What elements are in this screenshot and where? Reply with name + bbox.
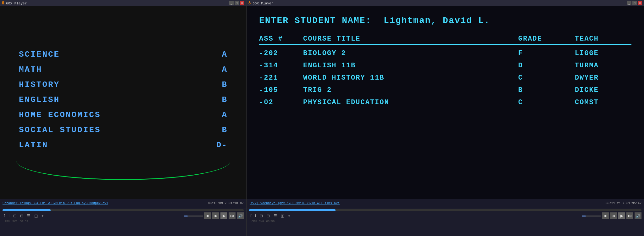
forward-btn-left[interactable]: i [7, 213, 11, 219]
progress-bar-right[interactable] [249, 209, 641, 211]
cell-grade: B [518, 86, 575, 94]
title-bar-controls-left: _ □ ✕ [229, 1, 244, 5]
next-btn-left[interactable]: ⏭ [229, 212, 236, 219]
subject-row: SOCIAL STUDIES B [19, 125, 227, 135]
table-divider [259, 44, 631, 45]
svg-label-right: SVG [259, 220, 264, 223]
bottom-bar-left: Stranger.Things.S04.E01.WEB-DLRip.Rus.En… [0, 199, 246, 208]
subject-row: ENGLISH B [19, 95, 227, 104]
snapshot-btn-right[interactable]: ⊡ [258, 213, 264, 219]
subject-name: SCIENCE [19, 50, 60, 59]
playlist-btn-right[interactable]: ☰ [272, 213, 278, 219]
subject-grade: A [222, 65, 227, 74]
play-btn-right[interactable]: ▶ [618, 212, 625, 219]
cell-teacher: LIGGE [575, 49, 631, 57]
playlist-btn-left[interactable]: ☰ [26, 213, 32, 219]
bottom-bar-right: [2/2] Voenniye.igry.1983.XviD.BDRip.AllF… [247, 199, 644, 208]
filename-left: Stranger.Things.S04.E01.WEB-DLRip.Rus.En… [3, 202, 206, 205]
player-right: ẟ ẟОX Player _ □ ✕ ENTER STUDENT NAME: L… [247, 0, 644, 208]
close-btn-right[interactable]: ✕ [638, 1, 642, 5]
subject-name: ENGLISH [19, 95, 60, 104]
table-row: -221 WORLD HISTORY 11B C DWYER [259, 74, 631, 82]
col-header-class: ASS # [259, 35, 303, 43]
stop-btn-right[interactable]: ■ [602, 212, 609, 219]
stop-btn-left[interactable]: ■ [204, 212, 211, 219]
cell-teacher: COMST [575, 98, 631, 106]
student-label: ENTER STUDENT NAME: [259, 16, 371, 25]
minimize-btn-right[interactable]: _ [627, 1, 631, 5]
maximize-btn-right[interactable]: □ [632, 1, 637, 5]
seek-bar-right[interactable] [582, 216, 601, 216]
table-row: -105 TRIG 2 B DICKE [259, 86, 631, 94]
green-arc [16, 142, 230, 180]
cell-title: BIOLOGY 2 [303, 49, 518, 57]
progress-bar-left[interactable] [3, 209, 244, 211]
table-header: ASS # COURSE TITLE GRADE TEACH [259, 35, 631, 43]
volume-btn-right[interactable]: 🔊 [635, 212, 641, 219]
col-header-title: COURSE TITLE [303, 35, 518, 43]
player-left: ẟ ẟОX Player _ □ ✕ SCIENCE A MATH A HIST… [0, 0, 247, 208]
cell-grade: D [518, 62, 575, 70]
courses-container: -202 BIOLOGY 2 F LIGGE -314 ENGLISH 11B … [259, 49, 631, 111]
extra2-btn-left[interactable]: ⌖ [40, 213, 45, 219]
cell-title: WORLD HISTORY 11B [303, 74, 518, 82]
subject-row: HOME ECONOMICS A [19, 110, 227, 120]
svg-label-left: SVG [12, 220, 17, 223]
cpu-label-left: CPU [5, 220, 10, 223]
title-text-right: ẟОX Player [253, 1, 625, 5]
fps-label-left: 08:59 [19, 220, 28, 223]
cell-title: ENGLISH 11B [303, 62, 518, 70]
subject-grade: A [222, 50, 227, 59]
prev-btn-right[interactable]: ⏮ [610, 212, 617, 219]
title-bar-right: ẟ ẟОX Player _ □ ✕ [247, 0, 644, 6]
cpu-label-right: CPU [252, 220, 257, 223]
progress-fill-right [249, 209, 336, 211]
rewind-btn-left[interactable]: f [3, 213, 6, 219]
rewind-btn-right[interactable]: f [249, 213, 253, 219]
close-btn-left[interactable]: ✕ [240, 1, 244, 5]
options-btn-left[interactable]: ⊟ [19, 213, 25, 219]
volume-btn-left[interactable]: 🔊 [237, 212, 244, 219]
cell-teacher: TURMA [575, 62, 631, 70]
col-header-teacher: TEACH [575, 35, 631, 43]
cell-title: TRIG 2 [303, 86, 518, 94]
cell-teacher: DICKE [575, 86, 631, 94]
subject-row: MATH A [19, 65, 227, 74]
cell-title: PHYSICAL EDUCATION [303, 98, 518, 106]
info-row-left: CPU SVG 08:59 [3, 220, 244, 223]
play-btn-left[interactable]: ▶ [220, 212, 227, 219]
progress-fill-left [3, 209, 51, 211]
next-btn-right[interactable]: ⏭ [626, 212, 633, 219]
title-icon-right: ẟ [248, 1, 251, 6]
student-name-line: ENTER STUDENT NAME: Lightman, David L. [259, 16, 631, 25]
subject-grade: B [222, 80, 227, 89]
fps-label-right: 08:59 [266, 220, 275, 223]
col-header-grade: GRADE [518, 35, 575, 43]
cell-class-num: -105 [259, 86, 303, 94]
subject-row: SCIENCE A [19, 50, 227, 59]
info-row-right: CPU SVG 08:59 [249, 220, 641, 223]
forward-btn-right[interactable]: i [254, 213, 257, 219]
subject-grade: B [222, 95, 227, 104]
extra1-btn-right[interactable]: ◫ [280, 213, 286, 219]
prev-btn-left[interactable]: ⏮ [212, 212, 219, 219]
extra1-btn-left[interactable]: ◫ [33, 213, 39, 219]
options-btn-right[interactable]: ⊟ [265, 213, 271, 219]
subject-name: HOME ECONOMICS [19, 110, 101, 120]
subject-name: HISTORY [19, 80, 60, 89]
title-icon-left: ẟ [2, 1, 4, 6]
cell-class-num: -02 [259, 98, 303, 106]
extra2-btn-right[interactable]: ⌖ [287, 213, 291, 219]
controls-row-right: f i ⊡ ⊟ ☰ ◫ ⌖ ■ ⏮ ▶ ⏭ 🔊 [249, 212, 641, 219]
controls-left: f i ⊡ ⊟ ☰ ◫ ⌖ ■ ⏮ ▶ ⏭ 🔊 CPU SVG 08:59 [0, 208, 247, 236]
minimize-btn-left[interactable]: _ [229, 1, 234, 5]
subject-name: MATH [19, 65, 42, 74]
seek-bar-left[interactable] [184, 216, 203, 216]
subject-row: HISTORY B [19, 80, 227, 89]
controls-right: f i ⊡ ⊟ ☰ ◫ ⌖ ■ ⏮ ▶ ⏭ 🔊 CPU SVG 08:59 [247, 208, 644, 236]
maximize-btn-left[interactable]: □ [235, 1, 239, 5]
controls-container: f i ⊡ ⊟ ☰ ◫ ⌖ ■ ⏮ ▶ ⏭ 🔊 CPU SVG 08:59 [0, 208, 644, 236]
snapshot-btn-left[interactable]: ⊡ [12, 213, 18, 219]
subject-name: SOCIAL STUDIES [19, 125, 101, 135]
cell-grade: C [518, 74, 575, 82]
